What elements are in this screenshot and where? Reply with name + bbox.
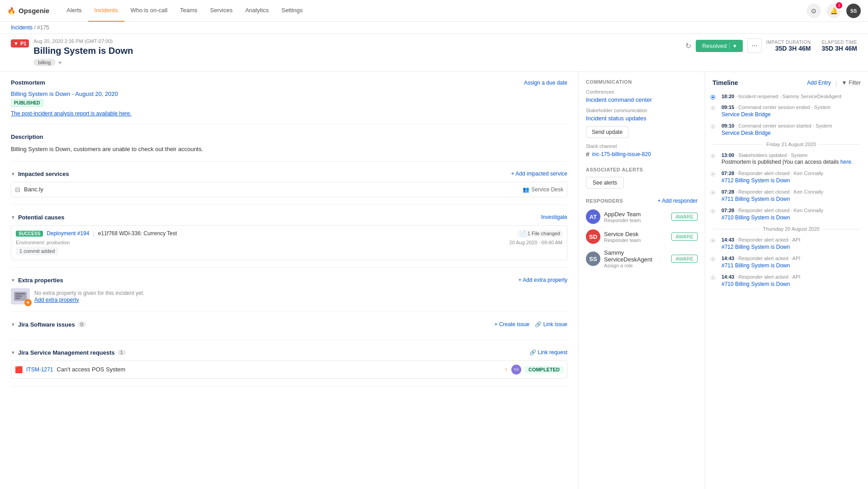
cause-env: Environment: production	[16, 240, 70, 245]
timeline-title: Timeline	[712, 79, 738, 86]
link-issue-link[interactable]: 🔗 Link issue	[535, 321, 567, 328]
nav-item-teams[interactable]: Teams	[174, 0, 203, 22]
incident-date: Aug 20, 2020 2:35 PM (GMT-07:00)	[33, 38, 685, 44]
breadcrumb: Incidents / #175	[0, 22, 868, 34]
aware-badge-0: AWARE	[671, 213, 698, 221]
files-changed: 📄1 File changed	[518, 230, 562, 237]
deployment-link[interactable]: Deployment #194	[47, 230, 89, 237]
conference-link[interactable]: Incident command center	[586, 96, 698, 103]
extra-prop-placeholder: + No extra property is given for this in…	[11, 288, 567, 304]
jsm-request-row: 🟥 ITSM-1271 Can't access POS System ↑ SS…	[11, 361, 567, 379]
impact-stats: IMPACT DURATION 35D 3H 46M ELAPSED TIME …	[766, 40, 857, 52]
nav-item-oncall[interactable]: Who is on-call	[124, 0, 174, 22]
add-responder-link[interactable]: + Add responder	[658, 198, 698, 204]
more-options-button[interactable]: ···	[747, 38, 761, 53]
incident-info: Aug 20, 2020 2:35 PM (GMT-07:00) Billing…	[33, 38, 685, 66]
potential-causes-title-toggle[interactable]: ▼ Potential causes	[11, 214, 65, 221]
create-issue-link[interactable]: + Create issue	[495, 321, 530, 328]
app-logo[interactable]: 🔥 Opsgenie	[7, 7, 49, 15]
nav-item-analytics[interactable]: Analytics	[239, 0, 275, 22]
impacted-services-title-toggle[interactable]: ▼ Impacted services	[11, 171, 69, 177]
middle-panel: COMMUNICATION Conferences Incident comma…	[579, 72, 705, 489]
resolve-button[interactable]: Resolved ▾	[696, 40, 743, 52]
investigate-link[interactable]: Investigate	[541, 214, 567, 220]
timeline-list: 18:20 · Incident reopened · Sammy Servic…	[712, 94, 861, 287]
aware-badge-1: AWARE	[671, 233, 698, 241]
jira-issues-header: ▼ Jira Software issues 0 + Create issue …	[11, 321, 567, 328]
stakeholder-link[interactable]: Incident status updates	[586, 115, 698, 122]
add-tag-button[interactable]: +	[58, 59, 62, 66]
postmortem-timeline-link[interactable]: here.	[840, 159, 853, 165]
timeline-item-1: 09:15 · Command center session ended · S…	[722, 104, 861, 118]
extra-properties-title-toggle[interactable]: ▼ Extra properties	[11, 277, 63, 284]
link-request-link[interactable]: 🔗 Link request	[529, 349, 567, 356]
timeline-link-7[interactable]: #710 Billing System is Down	[722, 214, 790, 221]
timeline-link-10[interactable]: #711 Billing System is Down	[722, 262, 790, 269]
slack-icon: #	[586, 151, 590, 158]
postmortem-title: Postmortem	[11, 79, 45, 86]
jira-issues-title-toggle[interactable]: ▼ Jira Software issues 0	[11, 321, 86, 328]
filter-button[interactable]: ▼ Filter	[841, 80, 861, 86]
breadcrumb-parent[interactable]: Incidents	[11, 24, 33, 31]
assign-due-date-link[interactable]: Assign a due date	[524, 80, 567, 86]
timeline-item-4: 13:00 · Stakeholders updated · System Po…	[722, 152, 861, 165]
logo-icon: 🔥	[7, 7, 16, 15]
extra-properties-header: ▼ Extra properties + Add extra property	[11, 277, 567, 284]
notification-badge: 3	[836, 2, 842, 9]
jira-issues-actions: + Create issue 🔗 Link issue	[495, 321, 567, 328]
add-impacted-service-link[interactable]: + Add impacted service	[511, 171, 567, 177]
jira-service-mgmt-title-toggle[interactable]: ▼ Jira Service Management requests 1	[11, 349, 126, 356]
service-team-icon: 👥	[523, 186, 529, 193]
nav-item-services[interactable]: Services	[204, 0, 239, 22]
resolve-dropdown-arrow[interactable]: ▾	[729, 43, 736, 49]
jira-issues-title: Jira Software issues	[18, 321, 75, 328]
responder-name-1: Service Desk	[604, 231, 668, 237]
slack-channel-link[interactable]: inc-175-billing-issue-820	[592, 151, 651, 157]
responder-role-2: Assign a role	[604, 263, 668, 268]
timeline-header: Timeline Add Entry | ▼ Filter	[712, 79, 861, 86]
postmortem-description[interactable]: The post-incident analysis report is ava…	[11, 110, 567, 117]
cause-status-badge: SUCCESS	[16, 231, 43, 237]
add-prop-plus-icon[interactable]: +	[24, 299, 32, 306]
right-panel-timeline: Timeline Add Entry | ▼ Filter 18:20 · In…	[705, 72, 868, 489]
jsm-request-id[interactable]: ITSM-1271	[26, 366, 53, 373]
aware-badge-2: AWARE	[671, 255, 698, 263]
notifications-button[interactable]: 🔔 3	[826, 4, 841, 18]
timeline-link-6[interactable]: #711 Billing System is Down	[722, 196, 790, 202]
timeline-link-11[interactable]: #710 Billing System is Down	[722, 281, 790, 287]
nav-item-alerts[interactable]: Alerts	[60, 0, 88, 22]
cause-meta: Environment: production 20 Aug 2020 · 09…	[16, 240, 562, 245]
send-update-button[interactable]: Send update	[586, 126, 628, 138]
timeline-link-2[interactable]: Service Desk Bridge	[722, 130, 771, 136]
commit-badge: 1 commit added	[16, 247, 58, 255]
completed-badge: COMPLETED	[525, 366, 563, 373]
timeline-time-11: 14:43 · Responder alert acked · API	[722, 274, 861, 280]
postmortem-link[interactable]: Billing System is Down - August 20, 2020	[11, 90, 118, 97]
timeline-link-9[interactable]: #712 Billing System is Down	[722, 244, 790, 250]
postmortem-timeline-text: Postmortem is published |You can access …	[722, 159, 861, 165]
timeline-link-5[interactable]: #712 Billing System is Down	[722, 177, 790, 184]
timeline-dot-2	[711, 125, 715, 128]
timeline-item-0: 18:20 · Incident reopened · Sammy Servic…	[722, 94, 861, 99]
timeline-time-5: 07:28 · Responder alert closed · Ken Con…	[722, 171, 861, 176]
incident-tag[interactable]: billing	[33, 59, 55, 66]
nav-item-incidents[interactable]: Incidents	[88, 0, 124, 22]
responders-header: RESPONDERS + Add responder	[586, 198, 698, 204]
add-extra-property-link-text[interactable]: Add extra property	[34, 297, 79, 303]
potential-causes-title: Potential causes	[18, 214, 65, 221]
priority-badge: ▼P1	[11, 39, 29, 47]
refresh-icon[interactable]: ↻	[685, 42, 691, 50]
filter-icon: ▼	[841, 80, 847, 86]
timeline-link-1[interactable]: Service Desk Bridge	[722, 111, 771, 118]
timeline-dot-5	[711, 172, 715, 176]
jira-issues-count: 0	[78, 322, 86, 327]
nav-item-settings[interactable]: Settings	[275, 0, 309, 22]
user-avatar[interactable]: SS	[846, 4, 861, 18]
add-entry-button[interactable]: Add Entry	[807, 80, 831, 86]
timeline-item-2: 09:10 · Command center session started ·…	[722, 123, 861, 136]
add-extra-property-link[interactable]: + Add extra property	[519, 277, 567, 283]
timeline-dot-1	[711, 106, 715, 110]
history-button[interactable]: ⊙	[807, 4, 821, 18]
service-team: 👥 Service Desk	[523, 186, 563, 193]
see-alerts-button[interactable]: See alerts	[586, 177, 624, 189]
